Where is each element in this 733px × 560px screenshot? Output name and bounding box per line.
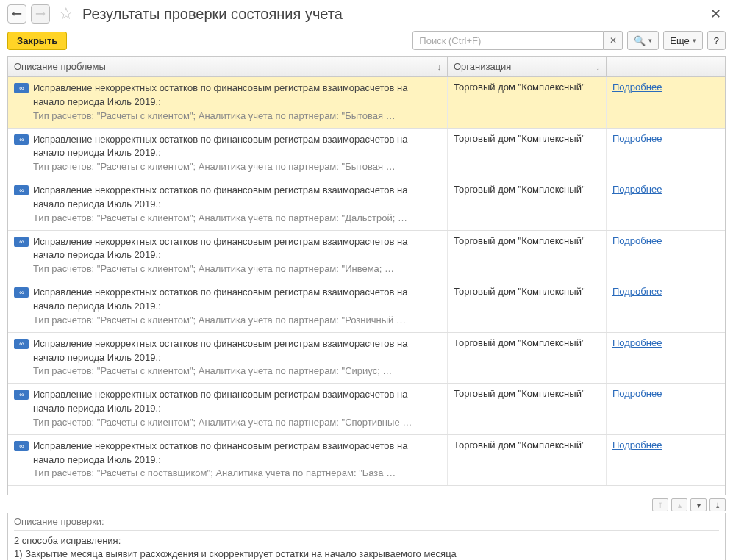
sort-arrow-icon: ↓ [596, 62, 601, 71]
details-link[interactable]: Подробнее [612, 286, 662, 297]
favorite-icon[interactable]: ☆ [59, 4, 74, 24]
row-description: Исправление некорректных остатков по фин… [33, 439, 441, 481]
table-row[interactable]: ∞Исправление некорректных остатков по фи… [8, 179, 725, 231]
details-link[interactable]: Подробнее [612, 388, 662, 399]
check-description-line: 2 способа исправления: [14, 535, 719, 546]
magnifier-icon: 🔍 [634, 35, 646, 46]
row-icon: ∞ [14, 185, 29, 195]
row-description: Исправление некорректных остатков по фин… [33, 82, 441, 123]
row-icon: ∞ [14, 339, 29, 349]
page-title: Результаты проверки состояния учета [82, 6, 343, 23]
row-icon: ∞ [14, 237, 29, 247]
table-row[interactable]: ∞Исправление некорректных остатков по фи… [8, 384, 725, 435]
row-description: Исправление некорректных остатков по фин… [33, 133, 441, 175]
details-link[interactable]: Подробнее [612, 235, 662, 246]
row-icon: ∞ [14, 134, 29, 145]
row-icon: ∞ [14, 83, 29, 93]
details-link[interactable]: Подробнее [612, 439, 662, 450]
row-organization: Торговый дом "Комплексный" [448, 384, 607, 434]
row-description: Исправление некорректных остатков по фин… [33, 235, 441, 277]
table-row[interactable]: ∞Исправление некорректных остатков по фи… [8, 231, 725, 282]
close-icon[interactable]: ✕ [706, 6, 726, 22]
details-link[interactable]: Подробнее [612, 184, 662, 195]
details-link[interactable]: Подробнее [612, 82, 662, 93]
row-description: Исправление некорректных остатков по фин… [33, 184, 441, 226]
search-clear-button[interactable]: ✕ [604, 31, 623, 50]
row-icon: ∞ [14, 441, 29, 451]
close-button[interactable]: Закрыть [7, 32, 67, 50]
table-row[interactable]: ∞Исправление некорректных остатков по фи… [8, 281, 725, 333]
grid-last-button[interactable]: ⤓ [709, 498, 726, 511]
column-header-organization[interactable]: Организация ↓ [448, 57, 607, 76]
chevron-down-icon: ▾ [693, 37, 696, 44]
help-button[interactable]: ? [707, 31, 726, 50]
row-organization: Торговый дом "Комплексный" [448, 129, 607, 179]
column-header-description[interactable]: Описание проблемы ↓ [8, 57, 448, 76]
search-options-button[interactable]: 🔍 ▾ [627, 31, 659, 50]
row-icon: ∞ [14, 287, 29, 298]
row-description: Исправление некорректных остатков по фин… [33, 286, 441, 328]
row-description: Исправление некорректных остатков по фин… [33, 388, 441, 430]
forward-button[interactable]: 🠖 [31, 4, 50, 24]
details-link[interactable]: Подробнее [612, 337, 662, 348]
row-organization: Торговый дом "Комплексный" [448, 77, 607, 128]
grid-header: Описание проблемы ↓ Организация ↓ [8, 57, 725, 77]
search-input[interactable] [412, 31, 604, 50]
check-description-label: Описание проверки: [14, 516, 719, 531]
row-organization: Торговый дом "Комплексный" [448, 435, 607, 486]
table-row[interactable]: ∞Исправление некорректных остатков по фи… [8, 435, 725, 487]
check-description-line: 1) Закрытие месяца выявит расхождения и … [14, 548, 719, 559]
check-description-panel: Описание проверки: 2 способа исправления… [7, 513, 726, 560]
more-label: Еще [670, 35, 689, 46]
table-row[interactable]: ∞Исправление некорректных остатков по фи… [8, 77, 725, 129]
row-organization: Торговый дом "Комплексный" [448, 333, 607, 384]
row-icon: ∞ [14, 390, 29, 400]
column-header-details[interactable] [607, 57, 725, 76]
row-organization: Торговый дом "Комплексный" [448, 231, 607, 281]
row-organization: Торговый дом "Комплексный" [448, 179, 607, 230]
row-organization: Торговый дом "Комплексный" [448, 281, 607, 332]
more-button[interactable]: Еще ▾ [663, 31, 702, 50]
row-description: Исправление некорректных остатков по фин… [33, 337, 441, 379]
grid-first-button[interactable]: ⤒ [652, 498, 668, 511]
grid-down-button[interactable]: ▾ [690, 498, 707, 511]
results-grid: Описание проблемы ↓ Организация ↓ ∞Испра… [7, 56, 726, 495]
details-link[interactable]: Подробнее [612, 133, 662, 144]
table-row[interactable]: ∞Исправление некорректных остатков по фи… [8, 129, 725, 180]
sort-arrow-icon: ↓ [437, 62, 442, 71]
grid-up-button[interactable]: ▴ [671, 498, 687, 511]
back-button[interactable]: 🠔 [7, 4, 26, 24]
table-row[interactable]: ∞Исправление некорректных остатков по фи… [8, 333, 725, 384]
chevron-down-icon: ▾ [648, 37, 652, 44]
